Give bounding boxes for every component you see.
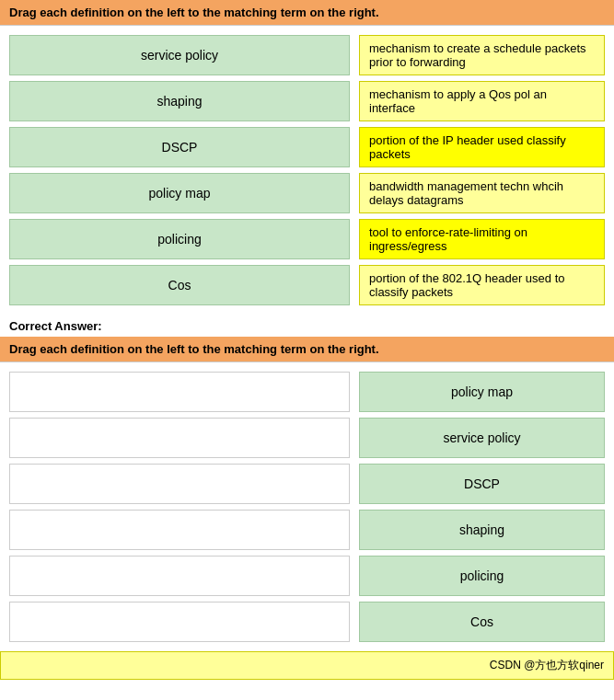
answer-term-cos: Cos: [359, 602, 605, 642]
correct-instruction: Drag each definition on the left to the …: [9, 342, 379, 356]
definitions-column: mechanism to create a schedule packets p…: [359, 35, 605, 305]
term-cos[interactable]: Cos: [9, 265, 350, 305]
answer-empty-1[interactable]: [9, 372, 350, 412]
question-instruction: Drag each definition on the left to the …: [9, 6, 379, 19]
question-section: Drag each definition on the left to the …: [0, 0, 614, 315]
answer-left-column: [9, 372, 350, 642]
answer-term-service-policy: service policy: [359, 418, 605, 458]
answer-empty-3[interactable]: [9, 464, 350, 504]
csdn-footer: CSDN @方也方软qiner: [0, 651, 614, 680]
question-header: Drag each definition on the left to the …: [0, 0, 614, 26]
answer-empty-4[interactable]: [9, 510, 350, 550]
term-policy-map[interactable]: policy map: [9, 173, 350, 213]
answer-area: policy map service policy DSCP shaping p…: [0, 362, 614, 651]
term-shaping[interactable]: shaping: [9, 81, 350, 121]
answer-empty-6[interactable]: [9, 602, 350, 642]
term-policing[interactable]: policing: [9, 219, 350, 259]
answer-term-shaping: shaping: [359, 510, 605, 550]
term-dscp[interactable]: DSCP: [9, 127, 350, 167]
terms-column: service policy shaping DSCP policy map p…: [9, 35, 350, 305]
correct-answer-label: Correct Answer:: [9, 319, 102, 333]
correct-answer-section: Correct Answer: Drag each definition on …: [0, 315, 614, 680]
answer-empty-5[interactable]: [9, 556, 350, 596]
definition-3[interactable]: portion of the IP header used classify p…: [359, 127, 605, 167]
definition-2[interactable]: mechanism to apply a Qos pol an interfac…: [359, 81, 605, 121]
term-service-policy[interactable]: service policy: [9, 35, 350, 75]
answer-term-policing: policing: [359, 556, 605, 596]
answer-right-column: policy map service policy DSCP shaping p…: [359, 372, 605, 642]
answer-empty-2[interactable]: [9, 418, 350, 458]
definition-1[interactable]: mechanism to create a schedule packets p…: [359, 35, 605, 75]
answer-term-policy-map: policy map: [359, 372, 605, 412]
footer-text: CSDN @方也方软qiner: [490, 659, 604, 671]
drag-area: service policy shaping DSCP policy map p…: [0, 26, 614, 315]
answer-term-dscp: DSCP: [359, 464, 605, 504]
definition-4[interactable]: bandwidth management techn whcih delays …: [359, 173, 605, 213]
correct-answer-label-wrapper: Correct Answer:: [0, 315, 614, 337]
correct-answer-header: Drag each definition on the left to the …: [0, 337, 614, 362]
definition-6[interactable]: portion of the 802.1Q header used to cla…: [359, 265, 605, 305]
definition-5[interactable]: tool to enforce-rate-limiting on ingress…: [359, 219, 605, 259]
